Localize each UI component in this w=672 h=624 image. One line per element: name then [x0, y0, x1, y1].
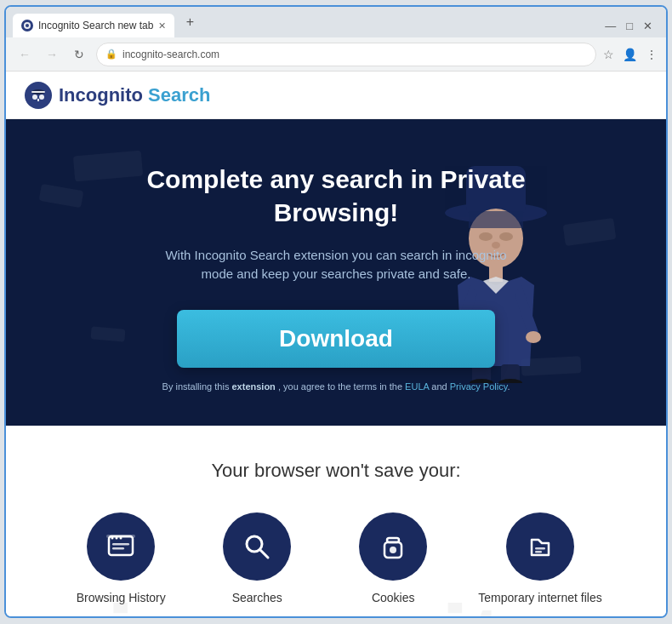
- lock-icon: 🔒: [105, 49, 117, 60]
- svg-point-6: [39, 94, 44, 100]
- minimize-button[interactable]: —: [605, 20, 616, 32]
- tab-bar: Incognito Search new tab ✕ + — □ ✕: [6, 7, 666, 37]
- browsing-history-icon-circle: [87, 512, 155, 581]
- svg-rect-35: [535, 551, 542, 553]
- svg-point-1: [26, 24, 29, 27]
- forward-button[interactable]: →: [42, 44, 62, 65]
- back-button[interactable]: ←: [14, 44, 35, 65]
- maximize-button[interactable]: □: [626, 20, 633, 32]
- feature-item-searches: Searches: [206, 512, 308, 604]
- privacy-policy-link[interactable]: Privacy Policy: [450, 381, 508, 392]
- svg-point-17: [526, 331, 541, 343]
- svg-point-25: [116, 537, 118, 540]
- legal-text: By installing this extension , you agree…: [162, 381, 510, 392]
- tab-close-button[interactable]: ✕: [158, 20, 166, 31]
- browsing-history-label: Browsing History: [77, 591, 166, 604]
- address-bar-row: ← → ↻ 🔒 incognito-search.com ☆ 👤 ⋮: [6, 37, 666, 72]
- svg-rect-4: [31, 91, 45, 93]
- tab-favicon: [21, 20, 33, 31]
- svg-point-5: [32, 94, 37, 100]
- logo-search-text: Search: [148, 84, 210, 106]
- logo-incognito-text: Incognito: [59, 84, 143, 106]
- svg-point-12: [479, 232, 493, 241]
- logo: Incognito Search: [23, 80, 210, 111]
- tab-title: Incognito Search new tab: [38, 20, 153, 31]
- feature-item-browsing-history: Browsing History: [70, 512, 172, 604]
- browser-tab[interactable]: Incognito Search new tab ✕: [13, 14, 174, 37]
- page-header: Incognito Search: [6, 72, 666, 119]
- svg-point-33: [390, 547, 396, 553]
- svg-point-2: [25, 82, 52, 109]
- cookies-label: Cookies: [372, 591, 415, 604]
- eula-link[interactable]: EULA: [405, 381, 429, 392]
- svg-point-24: [111, 537, 114, 540]
- searches-label: Searches: [232, 591, 282, 604]
- download-button[interactable]: Download: [177, 310, 495, 368]
- svg-point-26: [120, 537, 122, 540]
- hero-section: Complete any search in Private Browsing!…: [6, 119, 666, 426]
- address-text: incognito-search.com: [122, 49, 587, 60]
- temp-files-icon-circle: [506, 512, 574, 581]
- feature-item-temp-files: Temporary internet files: [478, 512, 602, 604]
- hero-subtitle: With Incognito Search extension you can …: [157, 246, 515, 284]
- features-section: incognito Your browser won't save your:: [6, 426, 666, 616]
- features-grid: Browsing History Searches: [23, 512, 649, 604]
- cookies-icon-circle: [359, 512, 427, 581]
- refresh-button[interactable]: ↻: [69, 44, 89, 65]
- browser-window: Incognito Search new tab ✕ + — □ ✕ ← → ↻…: [4, 5, 668, 618]
- bookmark-icon[interactable]: ☆: [603, 48, 614, 61]
- address-bar[interactable]: 🔒 incognito-search.com: [96, 43, 596, 66]
- address-actions: ☆ 👤 ⋮: [603, 48, 658, 61]
- svg-rect-34: [535, 547, 545, 550]
- content-area[interactable]: Complete any search in Private Browsing!…: [6, 119, 666, 616]
- svg-rect-27: [112, 543, 129, 546]
- svg-line-30: [260, 550, 268, 558]
- svg-rect-7: [37, 99, 39, 101]
- svg-point-13: [499, 232, 513, 241]
- account-icon[interactable]: 👤: [623, 48, 637, 61]
- temp-files-label: Temporary internet files: [478, 591, 602, 604]
- searches-icon-circle: [223, 512, 291, 581]
- new-tab-button[interactable]: +: [179, 12, 200, 32]
- menu-icon[interactable]: ⋮: [646, 48, 658, 61]
- window-controls: — □ ✕: [605, 20, 659, 37]
- svg-rect-28: [112, 547, 124, 550]
- logo-icon: [23, 80, 54, 111]
- close-window-button[interactable]: ✕: [643, 20, 652, 32]
- features-title: Your browser won't save your:: [23, 460, 649, 482]
- hero-title: Complete any search in Private Browsing!: [81, 163, 591, 229]
- feature-item-cookies: Cookies: [342, 512, 444, 604]
